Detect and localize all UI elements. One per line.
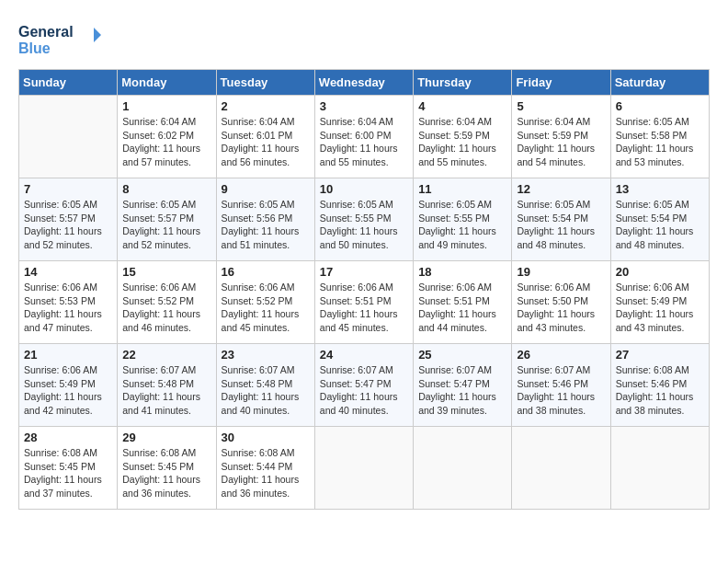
- calendar-cell: 15Sunrise: 6:06 AM Sunset: 5:52 PM Dayli…: [118, 261, 216, 344]
- weekday-header: Monday: [118, 70, 216, 96]
- calendar-cell: [512, 427, 610, 510]
- calendar-cell: 18Sunrise: 6:06 AM Sunset: 5:51 PM Dayli…: [414, 261, 512, 344]
- day-number: 15: [122, 265, 210, 279]
- calendar-cell: 4Sunrise: 6:04 AM Sunset: 5:59 PM Daylig…: [414, 96, 512, 178]
- logo: General Blue: [18, 18, 101, 60]
- day-info: Sunrise: 6:04 AM Sunset: 6:01 PM Dayligh…: [222, 115, 310, 169]
- day-number: 23: [222, 348, 310, 362]
- day-info: Sunrise: 6:05 AM Sunset: 5:58 PM Dayligh…: [616, 115, 704, 169]
- calendar-cell: 1Sunrise: 6:04 AM Sunset: 6:02 PM Daylig…: [118, 96, 216, 178]
- day-info: Sunrise: 6:06 AM Sunset: 5:52 PM Dayligh…: [122, 281, 210, 335]
- weekday-header: Friday: [512, 70, 610, 96]
- day-info: Sunrise: 6:06 AM Sunset: 5:53 PM Dayligh…: [24, 281, 112, 335]
- calendar-cell: 21Sunrise: 6:06 AM Sunset: 5:49 PM Dayli…: [19, 344, 118, 427]
- day-number: 4: [418, 99, 506, 113]
- day-info: Sunrise: 6:07 AM Sunset: 5:48 PM Dayligh…: [122, 363, 210, 418]
- day-info: Sunrise: 6:06 AM Sunset: 5:49 PM Dayligh…: [616, 281, 704, 335]
- day-number: 20: [616, 265, 704, 279]
- calendar-cell: 12Sunrise: 6:05 AM Sunset: 5:54 PM Dayli…: [512, 178, 610, 261]
- calendar-cell: 28Sunrise: 6:08 AM Sunset: 5:45 PM Dayli…: [19, 427, 118, 510]
- day-number: 1: [122, 99, 210, 113]
- calendar-table: SundayMondayTuesdayWednesdayThursdayFrid…: [18, 69, 710, 510]
- day-info: Sunrise: 6:07 AM Sunset: 5:47 PM Dayligh…: [320, 363, 408, 418]
- calendar-cell: 27Sunrise: 6:08 AM Sunset: 5:46 PM Dayli…: [610, 344, 709, 427]
- day-info: Sunrise: 6:06 AM Sunset: 5:52 PM Dayligh…: [222, 281, 310, 335]
- calendar-cell: 5Sunrise: 6:04 AM Sunset: 5:59 PM Daylig…: [512, 96, 610, 178]
- calendar-cell: 26Sunrise: 6:07 AM Sunset: 5:46 PM Dayli…: [512, 344, 610, 427]
- day-info: Sunrise: 6:06 AM Sunset: 5:51 PM Dayligh…: [320, 281, 408, 335]
- day-info: Sunrise: 6:04 AM Sunset: 6:00 PM Dayligh…: [320, 115, 408, 169]
- day-info: Sunrise: 6:07 AM Sunset: 5:46 PM Dayligh…: [517, 363, 605, 418]
- day-info: Sunrise: 6:04 AM Sunset: 5:59 PM Dayligh…: [418, 115, 506, 169]
- day-number: 21: [24, 348, 112, 362]
- weekday-header: Sunday: [19, 70, 118, 96]
- day-number: 25: [418, 348, 506, 362]
- calendar-cell: [19, 96, 118, 178]
- day-info: Sunrise: 6:08 AM Sunset: 5:44 PM Dayligh…: [222, 446, 310, 500]
- calendar-cell: 9Sunrise: 6:05 AM Sunset: 5:56 PM Daylig…: [216, 178, 314, 261]
- day-number: 28: [24, 431, 112, 444]
- day-info: Sunrise: 6:05 AM Sunset: 5:55 PM Dayligh…: [320, 198, 408, 252]
- calendar-cell: 7Sunrise: 6:05 AM Sunset: 5:57 PM Daylig…: [19, 178, 118, 261]
- day-number: 12: [517, 182, 605, 196]
- day-info: Sunrise: 6:07 AM Sunset: 5:47 PM Dayligh…: [418, 363, 506, 418]
- day-info: Sunrise: 6:08 AM Sunset: 5:45 PM Dayligh…: [24, 446, 112, 500]
- calendar-cell: [610, 427, 709, 510]
- calendar-week-row: 7Sunrise: 6:05 AM Sunset: 5:57 PM Daylig…: [19, 178, 710, 261]
- calendar-cell: 23Sunrise: 6:07 AM Sunset: 5:48 PM Dayli…: [216, 344, 314, 427]
- day-info: Sunrise: 6:05 AM Sunset: 5:54 PM Dayligh…: [517, 198, 605, 252]
- day-info: Sunrise: 6:05 AM Sunset: 5:57 PM Dayligh…: [24, 198, 112, 252]
- day-number: 14: [24, 265, 112, 279]
- day-number: 2: [222, 99, 310, 113]
- day-number: 9: [222, 182, 310, 196]
- day-info: Sunrise: 6:06 AM Sunset: 5:50 PM Dayligh…: [517, 281, 605, 335]
- day-info: Sunrise: 6:05 AM Sunset: 5:54 PM Dayligh…: [616, 198, 704, 252]
- calendar-cell: 13Sunrise: 6:05 AM Sunset: 5:54 PM Dayli…: [610, 178, 709, 261]
- calendar-week-row: 28Sunrise: 6:08 AM Sunset: 5:45 PM Dayli…: [19, 427, 710, 510]
- day-number: 10: [320, 182, 408, 196]
- logo-svg: General Blue: [18, 18, 101, 60]
- day-number: 17: [320, 265, 408, 279]
- calendar-cell: 25Sunrise: 6:07 AM Sunset: 5:47 PM Dayli…: [414, 344, 512, 427]
- calendar-cell: [414, 427, 512, 510]
- weekday-header: Wednesday: [314, 70, 413, 96]
- day-number: 7: [24, 182, 112, 196]
- svg-text:General: General: [18, 24, 74, 40]
- weekday-header: Saturday: [610, 70, 709, 96]
- day-info: Sunrise: 6:05 AM Sunset: 5:56 PM Dayligh…: [222, 198, 310, 252]
- calendar-cell: 6Sunrise: 6:05 AM Sunset: 5:58 PM Daylig…: [610, 96, 709, 178]
- calendar-cell: 30Sunrise: 6:08 AM Sunset: 5:44 PM Dayli…: [216, 427, 314, 510]
- day-info: Sunrise: 6:05 AM Sunset: 5:57 PM Dayligh…: [122, 198, 210, 252]
- day-number: 11: [418, 182, 506, 196]
- calendar-cell: 14Sunrise: 6:06 AM Sunset: 5:53 PM Dayli…: [19, 261, 118, 344]
- calendar-header-row: SundayMondayTuesdayWednesdayThursdayFrid…: [19, 70, 710, 96]
- day-number: 22: [122, 348, 210, 362]
- day-info: Sunrise: 6:08 AM Sunset: 5:46 PM Dayligh…: [616, 363, 704, 418]
- day-info: Sunrise: 6:06 AM Sunset: 5:49 PM Dayligh…: [24, 363, 112, 418]
- calendar-cell: 10Sunrise: 6:05 AM Sunset: 5:55 PM Dayli…: [314, 178, 413, 261]
- calendar-cell: 20Sunrise: 6:06 AM Sunset: 5:49 PM Dayli…: [610, 261, 709, 344]
- day-number: 16: [222, 265, 310, 279]
- calendar-cell: 24Sunrise: 6:07 AM Sunset: 5:47 PM Dayli…: [314, 344, 413, 427]
- calendar-cell: 29Sunrise: 6:08 AM Sunset: 5:45 PM Dayli…: [118, 427, 216, 510]
- day-number: 13: [616, 182, 704, 196]
- day-number: 3: [320, 99, 408, 113]
- day-number: 5: [517, 99, 605, 113]
- day-info: Sunrise: 6:04 AM Sunset: 6:02 PM Dayligh…: [122, 115, 210, 169]
- calendar-cell: 2Sunrise: 6:04 AM Sunset: 6:01 PM Daylig…: [216, 96, 314, 178]
- day-number: 6: [616, 99, 704, 113]
- calendar-cell: 19Sunrise: 6:06 AM Sunset: 5:50 PM Dayli…: [512, 261, 610, 344]
- weekday-header: Tuesday: [216, 70, 314, 96]
- calendar-cell: 11Sunrise: 6:05 AM Sunset: 5:55 PM Dayli…: [414, 178, 512, 261]
- day-info: Sunrise: 6:04 AM Sunset: 5:59 PM Dayligh…: [517, 115, 605, 169]
- day-number: 19: [517, 265, 605, 279]
- calendar-cell: 3Sunrise: 6:04 AM Sunset: 6:00 PM Daylig…: [314, 96, 413, 178]
- svg-marker-2: [94, 28, 101, 42]
- calendar-week-row: 14Sunrise: 6:06 AM Sunset: 5:53 PM Dayli…: [19, 261, 710, 344]
- day-number: 29: [122, 431, 210, 444]
- weekday-header: Thursday: [414, 70, 512, 96]
- page-header: General Blue: [18, 18, 710, 60]
- calendar-cell: 22Sunrise: 6:07 AM Sunset: 5:48 PM Dayli…: [118, 344, 216, 427]
- day-number: 27: [616, 348, 704, 362]
- calendar-week-row: 1Sunrise: 6:04 AM Sunset: 6:02 PM Daylig…: [19, 96, 710, 178]
